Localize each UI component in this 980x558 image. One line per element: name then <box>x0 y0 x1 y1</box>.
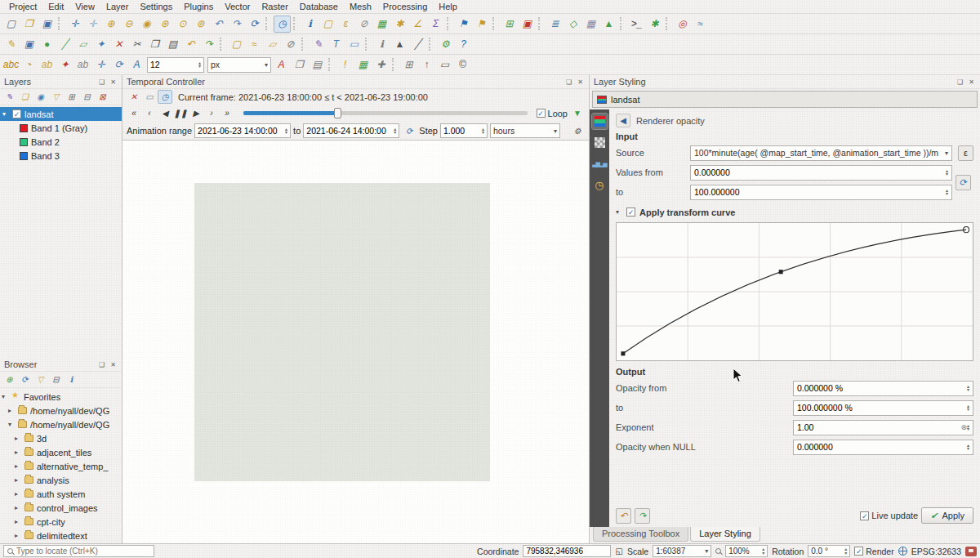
layer-labeling-icon[interactable]: abc <box>2 56 20 74</box>
open-attribute-table-icon[interactable]: ▦ <box>373 16 390 33</box>
opacity-to-field[interactable] <box>793 400 973 416</box>
browser-item[interactable]: ▸ delimitedtext <box>0 529 122 542</box>
band-item[interactable]: Band 1 (Gray) <box>0 121 122 135</box>
save-project-icon[interactable]: ▣ <box>38 16 56 33</box>
text-annotation-icon[interactable]: T <box>327 36 345 53</box>
range-start-field[interactable] <box>194 123 291 138</box>
move-label-icon[interactable]: ✛ <box>92 56 109 74</box>
pan-map-icon[interactable]: ✛ <box>66 16 83 33</box>
browser-properties-icon[interactable]: ℹ <box>65 373 78 386</box>
toolbar-separator[interactable] <box>429 38 434 51</box>
exponent-field[interactable]: ⊗ <box>793 420 973 435</box>
live-update-checkbox[interactable]: ✓ Live update <box>860 511 918 520</box>
transform-curve-checkbox[interactable]: ✓ <box>626 208 635 217</box>
refresh-map-icon[interactable]: ⟳ <box>246 16 263 33</box>
spinner[interactable] <box>967 444 969 451</box>
browser-item[interactable]: ▸ alternative_temp_ <box>0 459 122 473</box>
cut-features-icon[interactable]: ✂ <box>128 36 145 53</box>
menu-item[interactable]: Layer <box>100 1 135 12</box>
zoom-next-icon[interactable]: ↷ <box>228 16 245 33</box>
menu-item[interactable]: Database <box>294 1 344 12</box>
export-animation-icon[interactable]: ▼ <box>570 106 585 120</box>
clear-value-icon[interactable]: ⊗ <box>960 423 967 431</box>
vertex-tool-icon[interactable]: ✦ <box>92 36 109 53</box>
map-tips-icon[interactable]: ℹ <box>373 36 390 53</box>
menu-item[interactable]: Edit <box>42 1 69 12</box>
float-panel-icon[interactable]: ❏ <box>564 78 573 86</box>
skip-to-start-icon[interactable]: « <box>127 106 141 120</box>
rotation-field[interactable]: 0.0 ° <box>808 545 850 557</box>
expander-icon[interactable]: ▸ <box>15 490 21 498</box>
refresh-browser-icon[interactable]: ⟳ <box>18 373 32 386</box>
osm-search-icon[interactable]: ◎ <box>674 16 691 33</box>
locate-input[interactable] <box>16 547 150 556</box>
menu-item[interactable]: Mesh <box>344 1 377 12</box>
form-annotation-icon[interactable]: ▭ <box>345 36 363 53</box>
zoom-in-icon[interactable]: ⊕ <box>102 16 119 33</box>
transform-curve-editor[interactable] <box>616 222 973 361</box>
undo-icon[interactable]: ↶ <box>182 36 199 53</box>
copy-style-icon[interactable]: ❐ <box>291 56 308 74</box>
label-font-size-field[interactable] <box>147 57 204 73</box>
exponent-input[interactable] <box>797 422 960 432</box>
source-expression-field[interactable]: 100*minute(age( @map_start_time, @animat… <box>690 145 952 161</box>
select-by-expression-icon[interactable]: ε <box>337 16 354 33</box>
log-messages-icon[interactable]: ▣ <box>519 16 536 33</box>
transparency-tab-icon[interactable] <box>592 135 608 150</box>
play-icon[interactable]: ▶ <box>189 106 203 120</box>
layer-diagram-icon[interactable]: ◔ <box>20 56 38 74</box>
values-to-input[interactable] <box>694 187 946 197</box>
statistical-summary-icon[interactable]: Σ <box>427 16 444 33</box>
measure-line-icon[interactable]: ∠ <box>409 16 426 33</box>
show-hide-labels-icon[interactable]: ab <box>74 56 91 74</box>
open-project-icon[interactable]: ❐ <box>20 16 38 33</box>
expander-icon[interactable]: ▸ <box>15 462 21 470</box>
coordinate-input[interactable] <box>526 547 608 556</box>
temporal-tab-icon[interactable]: ◷ <box>592 177 608 193</box>
toolbar-separator[interactable] <box>220 38 225 51</box>
select-features-icon[interactable]: ▢ <box>319 16 336 33</box>
browser-item[interactable]: ▸ auth system <box>0 487 122 501</box>
zoom-to-layer-icon[interactable]: ⊚ <box>192 16 209 33</box>
step-back-icon[interactable]: ‹ <box>142 106 157 120</box>
collapse-icon[interactable]: ▾ <box>616 208 622 216</box>
coordinate-field[interactable] <box>523 545 611 557</box>
checkbox-check-icon[interactable]: ✓ <box>860 511 869 520</box>
spinner[interactable] <box>844 547 847 555</box>
spinner[interactable] <box>198 61 201 69</box>
add-vector-layer-icon[interactable]: ◇ <box>564 16 581 33</box>
manage-map-themes-icon[interactable]: ◉ <box>33 90 47 104</box>
add-mesh-layer-icon[interactable]: ▲ <box>600 16 617 33</box>
select-polygon-icon[interactable]: ▱ <box>264 36 281 53</box>
processing-toolbox-icon[interactable]: ⚙ <box>437 36 454 53</box>
menu-item[interactable]: Settings <box>134 1 178 12</box>
menu-item[interactable]: Vector <box>219 1 256 12</box>
scale-bar-icon[interactable]: ▭ <box>436 56 453 74</box>
spinner[interactable] <box>946 189 948 196</box>
menu-item[interactable]: Processing <box>377 1 433 12</box>
temporal-settings-icon[interactable]: ⚙ <box>570 124 585 138</box>
band-item[interactable]: Band 3 <box>0 149 122 163</box>
spinner[interactable] <box>394 127 396 135</box>
symbology-tab-icon[interactable] <box>592 114 608 129</box>
run-feature-action-icon[interactable]: ! <box>336 56 354 74</box>
grid-decoration-icon[interactable]: ⊞ <box>400 56 417 74</box>
toolbar-separator[interactable] <box>492 17 498 30</box>
select-rectangle-icon[interactable]: ▢ <box>228 36 245 53</box>
menu-item[interactable]: Help <box>433 1 463 12</box>
zoom-full-icon[interactable]: ⊛ <box>156 16 173 33</box>
pause-icon[interactable]: ❚❚ <box>173 106 188 120</box>
close-panel-icon[interactable]: ✕ <box>576 78 585 86</box>
style-redo-icon[interactable]: ↷ <box>635 508 650 524</box>
checkbox-check-icon[interactable]: ✓ <box>537 109 546 118</box>
filter-browser-icon[interactable]: ▽ <box>33 373 47 386</box>
back-icon[interactable]: ◀ <box>616 114 630 127</box>
add-raster-layer-icon[interactable]: ▦ <box>582 16 599 33</box>
scale-combo[interactable]: 1:60387 ▾ <box>653 545 711 557</box>
histogram-tab-icon[interactable]: ▃▆▂▅ <box>592 156 608 172</box>
opacity-from-field[interactable] <box>793 381 973 396</box>
styling-layer-combo[interactable]: landsat <box>592 91 978 108</box>
browser-item[interactable]: ▸ analysis <box>0 473 122 487</box>
spinner[interactable] <box>967 404 969 412</box>
new-project-icon[interactable]: ▢ <box>2 16 20 33</box>
